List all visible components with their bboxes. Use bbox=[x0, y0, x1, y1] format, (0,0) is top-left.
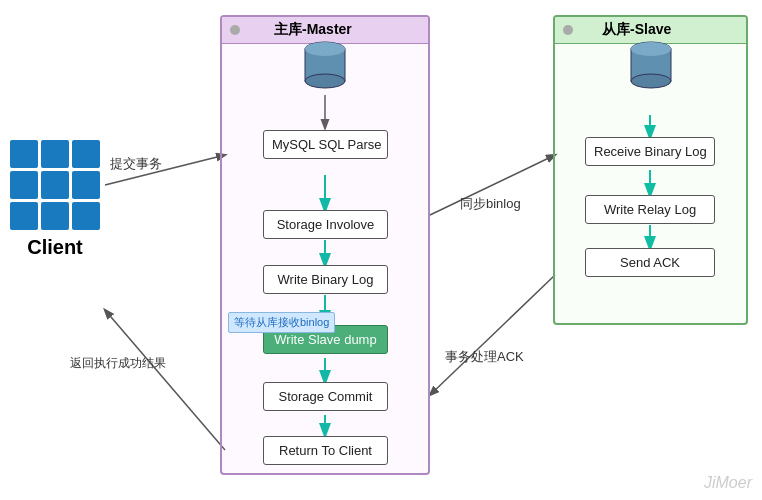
client-grid-cell bbox=[41, 202, 69, 230]
client-label: Client bbox=[10, 236, 100, 259]
label-wait-slave: 等待从库接收binlog bbox=[228, 312, 335, 333]
receive-binary-log-node: Receive Binary Log bbox=[585, 137, 715, 166]
window-btn bbox=[230, 25, 240, 35]
diagram-container: Client 提交事务 返回执行成功结果 主库-Master MySQL SQL… bbox=[0, 0, 762, 500]
mysql-sql-parse-node: MySQL SQL Parse bbox=[263, 130, 388, 159]
label-sync-binlog: 同步binlog bbox=[460, 195, 521, 213]
storage-commit-node: Storage Commit bbox=[263, 382, 388, 411]
return-to-client-node: Return To Client bbox=[263, 436, 388, 465]
write-binary-log-node: Write Binary Log bbox=[263, 265, 388, 294]
master-title: 主库-Master bbox=[274, 21, 352, 39]
label-fanhui: 返回执行成功结果 bbox=[70, 355, 166, 372]
client-grid-cell bbox=[72, 140, 100, 168]
client-grid-cell bbox=[41, 140, 69, 168]
client-grid-cell bbox=[72, 171, 100, 199]
svg-line-11 bbox=[430, 275, 555, 395]
client-grid-cell bbox=[10, 202, 38, 230]
client-grid-cell bbox=[10, 171, 38, 199]
label-tijiao: 提交事务 bbox=[110, 155, 162, 173]
label-ack: 事务处理ACK bbox=[445, 348, 524, 366]
client-area: Client bbox=[10, 140, 100, 259]
write-relay-log-node: Write Relay Log bbox=[585, 195, 715, 224]
jimoer-watermark: JiMoer bbox=[704, 474, 752, 492]
storage-involove-node: Storage Involove bbox=[263, 210, 388, 239]
slave-box: 从库-Slave bbox=[553, 15, 748, 325]
svg-point-20 bbox=[631, 42, 671, 56]
svg-point-19 bbox=[631, 74, 671, 88]
slave-window-btn bbox=[563, 25, 573, 35]
slave-db-icon bbox=[627, 39, 675, 97]
client-grid bbox=[10, 140, 100, 230]
svg-line-1 bbox=[105, 310, 225, 450]
send-ack-node: Send ACK bbox=[585, 248, 715, 277]
svg-point-16 bbox=[305, 42, 345, 56]
client-grid-cell bbox=[10, 140, 38, 168]
master-db-icon bbox=[301, 39, 349, 97]
svg-point-15 bbox=[305, 74, 345, 88]
client-grid-cell bbox=[72, 202, 100, 230]
client-grid-cell bbox=[41, 171, 69, 199]
slave-title: 从库-Slave bbox=[602, 21, 671, 39]
